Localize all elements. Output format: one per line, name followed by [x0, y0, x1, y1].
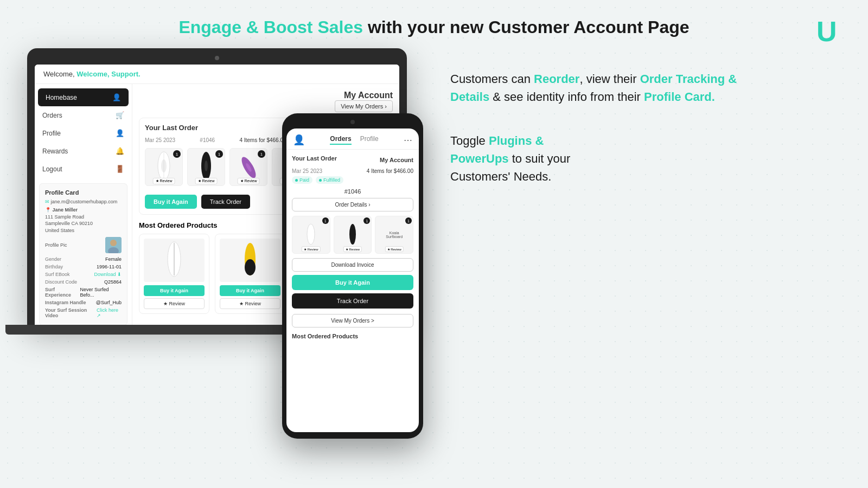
profile-pic-row: Profile Pic: [45, 237, 122, 253]
sidebar: Homebase 👤 Orders 🛒 Profile 👤: [35, 84, 132, 325]
sidebar-item-homebase[interactable]: Homebase 👤: [38, 88, 129, 106]
svg-point-16: [245, 259, 256, 275]
product-review-2[interactable]: ★ Review: [220, 298, 280, 309]
phone-badges: Paid Fulfilled: [292, 176, 413, 184]
plugins-accent: Plugins &PowerUps: [450, 134, 544, 165]
phone-header: 👤 Orders Profile ⋯: [286, 129, 419, 150]
profile-field-ebook: Surf EBook Download ⬇: [45, 271, 122, 278]
phone-most-ordered-title: Most Ordered Products: [292, 333, 413, 339]
profile-card-title: Profile Card: [45, 189, 122, 196]
phone-product-images: 1 ★ Review 1: [292, 216, 413, 254]
phone-tabs: Orders Profile: [330, 135, 378, 145]
profile-field-gender: Gender Female: [45, 255, 122, 263]
user-icon: 👤: [112, 93, 121, 101]
phone-track-order-button[interactable]: Track Order: [292, 293, 413, 309]
product-img-3: 1 ★ Review: [229, 148, 267, 186]
phone-tab-orders[interactable]: Orders: [330, 135, 351, 145]
profile-card-accent: Profile Card.: [644, 90, 715, 104]
welcome-bar: Welcome, Welcome, Support.: [35, 65, 399, 84]
product-buy-again-1[interactable]: Buy it Again: [144, 285, 205, 296]
product-card-img-1: [144, 239, 205, 282]
my-account-header: My Account View My Orders ›: [139, 91, 393, 112]
profile-name: Jane Miller: [53, 207, 78, 213]
svg-point-2: [110, 240, 117, 246]
product-card-img-2: [220, 239, 280, 282]
svg-text:U: U: [816, 16, 837, 46]
svg-point-19: [307, 224, 315, 245]
track-order-button[interactable]: Track Order: [201, 195, 250, 209]
phone-avatar: 👤: [293, 134, 305, 146]
order-total: 4 Items for $466.00: [239, 137, 286, 143]
view-my-orders-button[interactable]: View My Orders ›: [335, 100, 393, 112]
phone-order-details-button[interactable]: Order Details ›: [292, 198, 413, 211]
right-text-1: Customers can Reorder, view their Order …: [450, 70, 825, 106]
right-text-2: Toggle Plugins &PowerUps to suit yourCus…: [450, 132, 825, 185]
sidebar-item-orders[interactable]: Orders 🛒: [35, 106, 132, 124]
phone-content: Your Last Order My Account Mar 25 2023 4…: [286, 150, 419, 426]
welcome-name: Welcome, Support.: [76, 70, 141, 78]
right-text-block-2: Toggle Plugins &PowerUps to suit yourCus…: [450, 132, 825, 185]
profile-field-experience: Surf Experience Never Surfed Befo...: [45, 286, 122, 299]
product-card-1: Buy it Again ★ Review: [139, 234, 209, 314]
phone-my-account-title: My Account: [380, 157, 413, 163]
phone-tab-profile[interactable]: Profile: [360, 135, 379, 145]
product-card-2: Buy it Again ★ Review: [215, 234, 285, 314]
right-panel: Customers can Reorder, view their Order …: [418, 48, 846, 233]
laptop-camera: [215, 56, 219, 60]
laptop-mockup: Welcome, Welcome, Support. Homebase 👤: [22, 48, 418, 335]
order-date: Mar 25 2023: [145, 137, 175, 143]
profile-pic-image: [105, 237, 122, 253]
phone-camera: [350, 120, 355, 124]
phone-order-total: 4 Items for $466.00: [367, 168, 413, 174]
profile-address: 📍 Jane Miller 111 Sample RoadSampleville…: [45, 207, 122, 234]
phone-screen: 👤 Orders Profile ⋯ Your Last Order My Ac…: [286, 129, 419, 432]
profile-field-instagram: Instagram Handle @Surf_Hub: [45, 299, 122, 306]
svg-point-8: [205, 160, 208, 171]
sidebar-item-profile[interactable]: Profile 👤: [35, 124, 132, 142]
phone-product-img-1: 1 ★ Review: [292, 216, 330, 254]
header-rest: with your new Customer Account Page: [363, 17, 690, 37]
header-accent: Engage & Boost Sales: [178, 17, 363, 37]
phone-download-invoice-button[interactable]: Download Invoice: [292, 258, 413, 272]
phone-product-img-3: 1 KoalaSurfboard ★ Review: [375, 216, 413, 254]
phone-menu-icon[interactable]: ⋯: [404, 135, 412, 145]
phone-paid-badge: Paid: [292, 176, 312, 184]
phone-my-account-row: Your Last Order My Account: [292, 155, 413, 165]
buy-it-again-button[interactable]: Buy it Again: [145, 195, 197, 209]
rewards-icon: 🔔: [116, 147, 124, 155]
page-header: Engage & Boost Sales with your new Custo…: [0, 0, 868, 48]
svg-point-20: [349, 224, 356, 245]
phone-product-img-2: 1 ★ Review: [334, 216, 372, 254]
profile-field-discount: Discount Code Q25864: [45, 278, 122, 286]
phone-mockup: 👤 Orders Profile ⋯ Your Last Order My Ac…: [282, 113, 423, 439]
product-img-2: 1 ★ Review: [187, 148, 225, 186]
phone-view-orders-button[interactable]: View My Orders >: [292, 314, 413, 328]
logo-icon: U: [814, 13, 846, 46]
order-id: #1046: [200, 137, 215, 143]
profile-card: Profile Card ✉ jane.m@customerhubapp.com…: [39, 183, 127, 325]
my-account-title: My Account: [335, 91, 393, 100]
product-review-1[interactable]: ★ Review: [144, 298, 205, 309]
sidebar-item-logout[interactable]: Logout 🚪: [35, 160, 132, 178]
profile-pic-label: Profile Pic: [45, 242, 67, 248]
phone-order-date: Mar 25 2023: [292, 168, 322, 174]
product-img-1: 1 ★ Review: [145, 148, 183, 186]
reorder-accent: Reorder: [534, 72, 579, 86]
profile-field-birthday: Birthday 1996-11-01: [45, 263, 122, 271]
logout-icon: 🚪: [116, 165, 124, 173]
right-text-block-1: Customers can Reorder, view their Order …: [450, 70, 825, 106]
profile-email: ✉ jane.m@customerhubapp.com: [45, 199, 122, 204]
profile-icon: 👤: [116, 129, 124, 137]
phone-fulfilled-badge: Fulfilled: [316, 176, 343, 184]
phone-last-order-title: Your Last Order: [292, 155, 337, 162]
sidebar-item-rewards[interactable]: Rewards 🔔: [35, 142, 132, 160]
phone-order-id: #1046: [292, 188, 413, 195]
phone-buy-again-button[interactable]: Buy it Again: [292, 275, 413, 290]
cart-icon: 🛒: [116, 111, 124, 119]
product-buy-again-2[interactable]: Buy it Again: [220, 285, 280, 296]
profile-field-video: Your Surf Session Video Click here ↗: [45, 306, 122, 319]
